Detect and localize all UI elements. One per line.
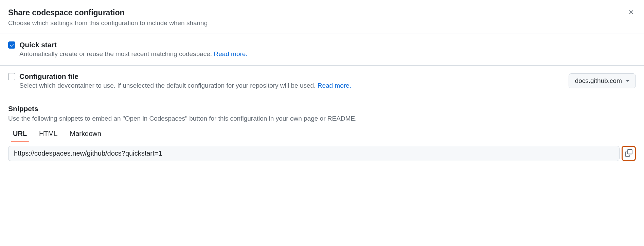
snippets-title: Snippets [8, 105, 636, 113]
quickstart-readmore-link[interactable]: Read more. [214, 50, 247, 57]
tab-url[interactable]: URL [13, 130, 27, 142]
dialog-title: Share codespace configuration [8, 8, 636, 17]
configfile-checkbox[interactable] [8, 73, 15, 80]
tab-html[interactable]: HTML [39, 130, 57, 142]
close-icon [628, 9, 634, 17]
snippets-section: Snippets Use the following snippets to e… [0, 97, 644, 169]
copy-highlight [622, 146, 636, 161]
quickstart-label: Quick start [19, 41, 636, 49]
close-button[interactable] [626, 7, 636, 18]
snippet-row [8, 146, 636, 161]
quickstart-description: Automatically create or reuse the most r… [19, 50, 636, 58]
devcontainer-dropdown[interactable]: docs.github.com [569, 73, 636, 88]
quickstart-checkbox[interactable] [8, 41, 15, 49]
snippets-tabs: URL HTML Markdown [8, 130, 636, 142]
option-configfile: Configuration file Select which devconta… [0, 66, 644, 97]
snippets-description: Use the following snippets to embed an "… [8, 115, 636, 122]
copy-icon [625, 149, 632, 158]
copy-button[interactable] [624, 148, 634, 159]
option-quickstart: Quick start Automatically create or reus… [0, 34, 644, 66]
dropdown-value: docs.github.com [575, 77, 622, 85]
share-codespace-dialog: Share codespace configuration Choose whi… [0, 0, 644, 169]
dialog-header: Share codespace configuration Choose whi… [0, 0, 644, 34]
tab-markdown[interactable]: Markdown [70, 130, 101, 142]
chevron-down-icon [626, 80, 629, 82]
configfile-label: Configuration file [19, 72, 569, 81]
snippet-url-input[interactable] [8, 146, 620, 161]
configfile-description: Select which devcontainer to use. If uns… [19, 82, 569, 89]
dialog-subtitle: Choose which settings from this configur… [8, 19, 636, 27]
configfile-readmore-link[interactable]: Read more. [318, 82, 351, 89]
